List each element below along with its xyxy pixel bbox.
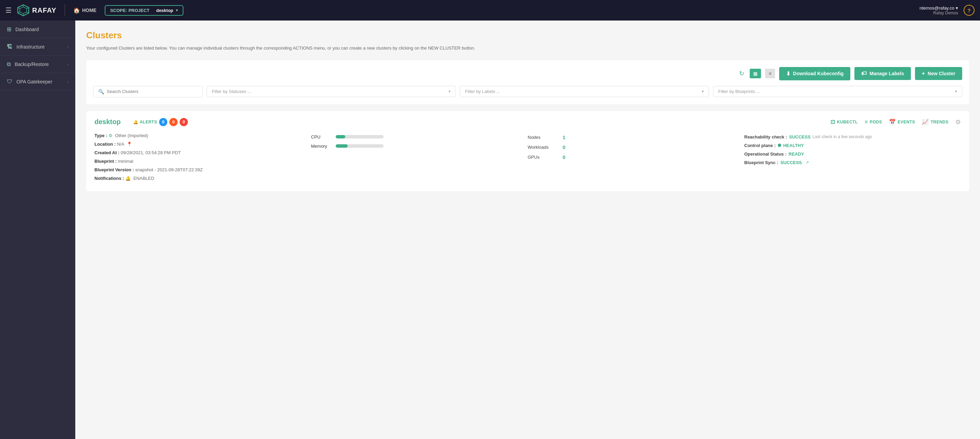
detail-col-info: Type : ⚙ Other (Imported) Location : N/A… (94, 133, 311, 184)
blueprint-value: minimal (118, 158, 134, 164)
memory-row: Memory (311, 144, 528, 149)
notifications-value: ENABLED (134, 176, 154, 181)
gpus-label: GPUs (528, 155, 558, 160)
sidebar-item-opa-gatekeeper[interactable]: 🛡 OPA Gatekeeper › (0, 73, 75, 90)
sidebar-item-label: Dashboard (15, 27, 39, 32)
scope-selector[interactable]: SCOPE: PROJECT desktop ▾ (105, 5, 183, 16)
search-input-field[interactable] (107, 89, 197, 94)
refresh-button[interactable]: ↻ (738, 68, 746, 79)
kubectl-button[interactable]: ⊡ KUBECTL (830, 119, 858, 125)
type-value: Other (Imported) (115, 133, 148, 138)
chevron-icon: › (67, 62, 68, 67)
dashboard-icon: ⊞ (7, 26, 11, 32)
reachability-value: SUCCESS (789, 135, 811, 139)
control-plane-value: HEALTHY (783, 143, 804, 148)
sidebar-item-infrastructure[interactable]: 🏗 Infrastructure › (0, 38, 75, 56)
kubectl-icon: ⊡ (830, 119, 835, 125)
new-cluster-button[interactable]: + New Cluster (915, 67, 962, 80)
pods-label: PODS (870, 120, 882, 124)
workloads-label: Workloads (528, 145, 558, 150)
manage-labels-button[interactable]: 🏷 Manage Labels (854, 67, 910, 80)
help-button[interactable]: ? (964, 5, 975, 16)
home-link[interactable]: 🏠 HOME (73, 7, 97, 14)
pods-button[interactable]: ≡ PODS (865, 119, 882, 125)
user-info[interactable]: rdemos@rafay.co ▾ Rafay Demos (920, 5, 958, 15)
logo-icon (17, 4, 29, 16)
operational-status-row: Operational Status : READY (744, 151, 961, 157)
detail-col-resources: CPU Memory (311, 133, 528, 184)
sidebar-item-dashboard[interactable]: ⊞ Dashboard (0, 21, 75, 38)
alert-badge-blue[interactable]: 0 (159, 118, 167, 126)
cluster-settings-button[interactable]: ⚙ (955, 118, 961, 126)
alert-badge-red[interactable]: 0 (180, 118, 188, 126)
filter-labels-dropdown[interactable]: Filter by Labels ... ▾ (460, 86, 709, 97)
blueprint-label: Blueprint : (94, 158, 117, 164)
operational-label: Operational Status : (744, 151, 787, 157)
memory-progress-fill (336, 144, 348, 148)
blueprint-version-value: snapshot - 2021-09-28T07:22:39Z (135, 167, 202, 172)
home-label: HOME (82, 8, 97, 13)
search-icon: 🔍 (98, 89, 104, 94)
topnav-right: rdemos@rafay.co ▾ Rafay Demos ? (920, 5, 975, 16)
list-view-button[interactable]: ≡ (765, 69, 775, 78)
home-icon: 🏠 (73, 7, 80, 14)
user-email: rdemos@rafay.co ▾ (920, 5, 958, 11)
reachability-row: Reachability check : SUCCESS Last check … (744, 135, 961, 139)
type-row: Type : ⚙ Other (Imported) (94, 133, 311, 138)
user-name: Rafay Demos (933, 11, 958, 15)
kubernetes-icon: ⚙ (108, 133, 113, 138)
trends-button[interactable]: 📈 TRENDS (922, 119, 948, 125)
created-at-label: Created At : (94, 150, 119, 155)
created-at-row: Created At : 09/28/2021, 03:54:28 PM PDT (94, 150, 311, 155)
cpu-row: CPU (311, 135, 528, 139)
download-kubeconfig-button[interactable]: ⬇ Download Kubeconfig (779, 67, 851, 80)
cluster-card-desktop: desktop 🔔 ALERTS 0 0 0 ⊡ KUBECTL (86, 111, 969, 191)
top-navigation: ☰ RAFAY 🏠 HOME SCOPE: PROJECT desktop ▾ … (0, 0, 980, 21)
cluster-details: Type : ⚙ Other (Imported) Location : N/A… (94, 133, 961, 184)
stats-col: Nodes 1 Workloads 0 GPUs 0 (528, 133, 744, 160)
label-icon: 🏷 (861, 70, 867, 76)
main-layout: ⊞ Dashboard 🏗 Infrastructure › ⧉ Backup/… (0, 21, 980, 439)
sidebar-item-backup-restore[interactable]: ⧉ Backup/Restore › (0, 56, 75, 73)
search-cluster-input[interactable]: 🔍 (93, 86, 202, 97)
events-icon: 📅 (889, 119, 896, 125)
cpu-progress-bar (336, 135, 383, 138)
notifications-row: Notifications : 🔔 ENABLED (94, 176, 311, 181)
gpus-value: 0 (563, 154, 565, 160)
new-cluster-label: New Cluster (928, 71, 955, 76)
filter-labels-label: Filter by Labels ... (465, 89, 500, 94)
hamburger-menu[interactable]: ☰ (5, 6, 12, 14)
blueprint-version-label: Blueprint Version : (94, 167, 134, 172)
location-link-icon[interactable]: 📍 (127, 141, 132, 147)
grid-view-button[interactable]: ▦ (750, 69, 761, 78)
manage-labels-label: Manage Labels (869, 71, 904, 76)
backup-icon: ⧉ (7, 61, 11, 67)
list-view-icon: ≡ (768, 71, 771, 76)
sidebar: ⊞ Dashboard 🏗 Infrastructure › ⧉ Backup/… (0, 21, 75, 439)
events-button[interactable]: 📅 EVENTS (889, 119, 915, 125)
filter-statuses-dropdown[interactable]: Filter by Statuses ... ▾ (207, 86, 456, 97)
refresh-icon: ↻ (739, 70, 744, 77)
notifications-bell-icon: 🔔 (125, 176, 131, 181)
chevron-down-icon: ▾ (702, 89, 704, 94)
user-chevron-icon: ▾ (956, 5, 958, 11)
blueprint-sync-row: Blueprint Sync : SUCCESS ↗ (744, 160, 961, 165)
blueprint-row: Blueprint : minimal (94, 158, 311, 164)
download-kubeconfig-label: Download Kubeconfig (793, 71, 844, 76)
location-label: Location : (94, 141, 116, 147)
sidebar-item-label: Backup/Restore (15, 62, 49, 67)
filter-blueprints-label: Filter by Blueprints ... (718, 89, 760, 94)
filter-statuses-label: Filter by Statuses ... (212, 89, 251, 94)
filter-blueprints-dropdown[interactable]: Filter by Blueprints ... ▾ (713, 86, 962, 97)
main-content: Clusters Your configured Clusters are li… (75, 21, 980, 439)
external-link-icon[interactable]: ↗ (805, 160, 809, 165)
cluster-name[interactable]: desktop (94, 118, 121, 126)
blueprint-version-row: Blueprint Version : snapshot - 2021-09-2… (94, 167, 311, 172)
memory-progress-bar (336, 144, 383, 148)
grid-view-icon: ▦ (753, 71, 757, 76)
nodes-label: Nodes (528, 135, 558, 140)
plus-icon: + (922, 70, 925, 76)
trends-label: TRENDS (931, 120, 948, 124)
blueprint-sync-label: Blueprint Sync : (744, 160, 778, 165)
alert-badge-orange[interactable]: 0 (169, 118, 178, 126)
